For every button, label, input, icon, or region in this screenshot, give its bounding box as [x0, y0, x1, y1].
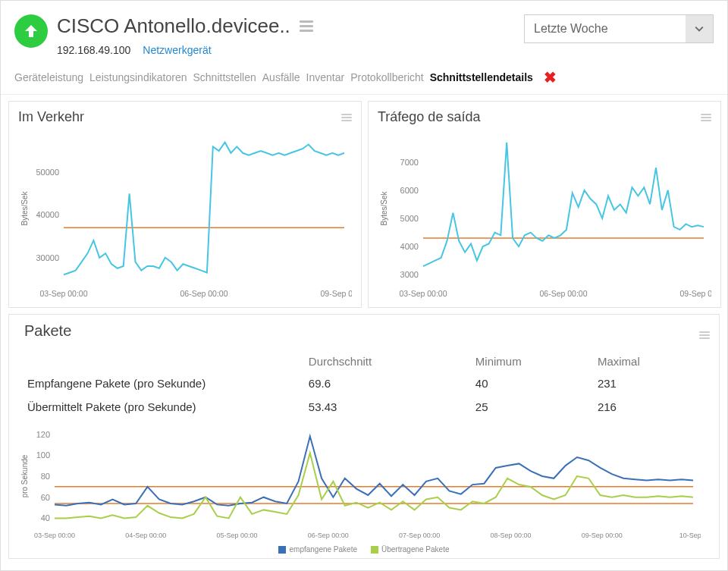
card-menu-icon[interactable]	[701, 112, 711, 123]
tab-ausfälle[interactable]: Ausfälle	[262, 71, 300, 83]
svg-text:09-Sep 00:00: 09-Sep 00:00	[582, 532, 623, 539]
packets-card: Pakete Durchschnitt Minimum Maximal Empf…	[8, 314, 720, 559]
svg-text:06-Sep 00:00: 06-Sep 00:00	[308, 532, 349, 539]
tab-leistungsindikatoren[interactable]: Leistungsindikatoren	[89, 71, 187, 83]
svg-text:03-Sep 00:00: 03-Sep 00:00	[399, 289, 447, 298]
svg-text:40: 40	[41, 513, 50, 522]
svg-text:10-Sep ..: 10-Sep ..	[679, 532, 701, 539]
svg-text:80: 80	[41, 472, 50, 481]
chart-title: Tráfego de saída	[378, 109, 480, 125]
svg-text:7000: 7000	[400, 158, 419, 167]
legend-transmitted: Übertragene Pakete	[381, 545, 450, 554]
svg-text:5000: 5000	[400, 214, 419, 223]
chart-title: Im Verkehr	[18, 109, 84, 125]
device-title: CISCO Antonello.devicee..	[57, 14, 290, 38]
card-menu-icon[interactable]	[699, 330, 710, 340]
svg-text:06-Sep 00:00: 06-Sep 00:00	[180, 289, 228, 298]
tab-schnittstellendetails[interactable]: Schnittstellendetails	[430, 71, 533, 83]
status-up-icon	[14, 14, 48, 48]
cell-avg: 69.6	[309, 372, 474, 394]
svg-text:40000: 40000	[36, 210, 59, 219]
svg-text:04-Sep 00:00: 04-Sep 00:00	[125, 532, 166, 539]
table-row: Empfangene Pakete (pro Sekunde) 69.6 40 …	[20, 372, 708, 394]
svg-text:05-Sep 00:00: 05-Sep 00:00	[217, 532, 258, 539]
time-range-value: Letzte Woche	[525, 15, 686, 42]
device-menu-icon[interactable]	[300, 18, 313, 34]
svg-text:07-Sep 00:00: 07-Sep 00:00	[399, 532, 440, 539]
svg-text:Bytes/Sek: Bytes/Sek	[380, 190, 388, 225]
svg-text:03-Sep 00:00: 03-Sep 00:00	[34, 532, 75, 539]
cell-avg: 53.43	[309, 396, 474, 418]
device-type-link[interactable]: Netzwerkgerät	[143, 44, 211, 56]
packets-chart: 40608010012003-Sep 00:0004-Sep 00:0005-S…	[18, 422, 701, 544]
row-label: Empfangene Pakete (pro Sekunde)	[20, 372, 307, 394]
packets-table: Durchschnitt Minimum Maximal Empfangene …	[18, 350, 710, 419]
row-label: Übermittelt Pakete (pro Sekunde)	[20, 396, 307, 418]
chart-card-out-traffic: Tráfego de saída 3000400050006000700003-…	[368, 101, 721, 308]
tabs-bar: GeräteleistungLeistungsindikatorenSchnit…	[1, 62, 727, 95]
card-menu-icon[interactable]	[341, 112, 352, 123]
svg-text:50000: 50000	[36, 168, 59, 177]
tab-protokollbericht[interactable]: Protokollbericht	[350, 71, 424, 83]
cell-min: 40	[475, 372, 596, 394]
svg-text:3000: 3000	[400, 270, 419, 279]
cell-max: 216	[598, 396, 708, 418]
svg-text:60: 60	[41, 493, 50, 502]
chart-card-in-traffic: Im Verkehr 30000400005000003-Sep 00:0006…	[8, 101, 362, 308]
svg-text:30000: 30000	[36, 253, 59, 262]
cell-max: 231	[598, 372, 708, 394]
table-header	[20, 352, 307, 371]
device-ip: 192.168.49.100	[57, 44, 130, 56]
table-header: Minimum	[475, 352, 596, 371]
svg-text:4000: 4000	[400, 242, 419, 251]
table-header: Durchschnitt	[309, 352, 474, 371]
svg-text:6000: 6000	[400, 186, 419, 195]
tab-schnittstellen[interactable]: Schnittstellen	[193, 71, 256, 83]
tab-geräteleistung[interactable]: Geräteleistung	[14, 71, 83, 83]
svg-text:03-Sep 00:00: 03-Sep 00:00	[39, 289, 87, 298]
svg-text:09-Sep 00:00: 09-Sep 00:00	[679, 289, 711, 298]
legend-received: empfangene Pakete	[289, 545, 357, 554]
svg-text:08-Sep 00:00: 08-Sep 00:00	[490, 532, 531, 539]
out-traffic-chart: 3000400050006000700003-Sep 00:0006-Sep 0…	[378, 128, 711, 303]
table-row: Übermittelt Pakete (pro Sekunde) 53.43 2…	[20, 396, 708, 418]
svg-text:100: 100	[36, 450, 50, 460]
table-header: Maximal	[598, 352, 708, 371]
in-traffic-chart: 30000400005000003-Sep 00:0006-Sep 00:000…	[18, 128, 352, 303]
tab-inventar[interactable]: Inventar	[306, 71, 345, 83]
cell-min: 25	[475, 396, 596, 418]
close-tab-icon[interactable]: ✖	[544, 68, 557, 86]
svg-text:09-Sep 00:00: 09-Sep 00:00	[320, 289, 352, 298]
packets-title: Pakete	[24, 322, 71, 340]
svg-text:Bytes/Sek: Bytes/Sek	[20, 190, 29, 225]
chart-legend: empfangene Pakete Übertragene Pakete	[18, 545, 710, 554]
dropdown-chevron-icon[interactable]	[686, 15, 713, 42]
svg-text:pro Sekunde: pro Sekunde	[20, 454, 29, 497]
time-range-select[interactable]: Letzte Woche	[524, 14, 714, 43]
svg-text:120: 120	[36, 430, 50, 439]
svg-text:06-Sep 00:00: 06-Sep 00:00	[539, 289, 587, 298]
